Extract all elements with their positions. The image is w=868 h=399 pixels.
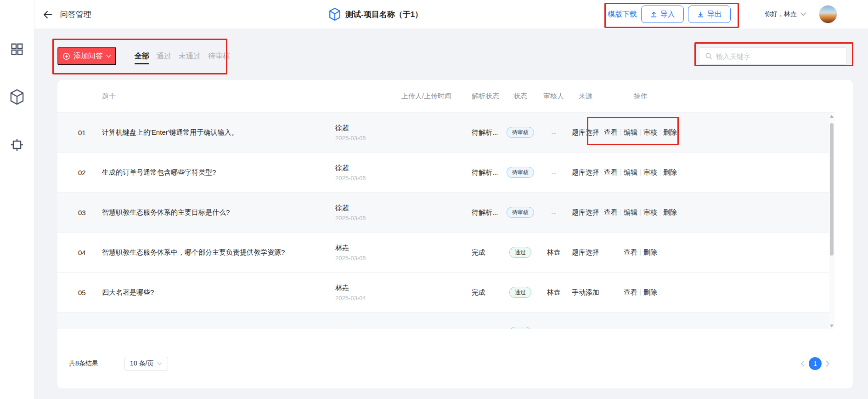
table-row: 01计算机键盘上的'Enter'键通常用于确认输入。徐超2025-03-05待解… [57,112,834,152]
action-separator [620,129,621,136]
action-link[interactable]: 查看 [604,128,618,137]
next-page-icon[interactable] [826,360,830,367]
action-link[interactable]: 审核 [643,208,657,217]
question-text: 智慧职教生态服务体系的主要目标是什么? [102,208,330,217]
col-uploader: 上传人/上传时间 [330,92,462,101]
action-separator [660,209,660,216]
search-input[interactable] [716,52,841,60]
component-icon[interactable] [9,137,25,153]
status-cell: 待审核 [502,167,539,178]
source: 题库选择 [569,128,603,137]
back-arrow-icon[interactable] [41,8,55,22]
scrollbar-thumb[interactable] [830,123,834,256]
tab-1[interactable]: 通过 [157,47,171,65]
reviewer: -- [539,209,569,217]
question-text: 智慧职教生态服务体系中，哪个部分主要负责提供教学资源? [102,248,330,257]
chevron-down-icon[interactable] [800,12,806,16]
upload-date: 2025-03-05 [335,255,462,262]
status-cell: 通过 [502,327,539,329]
col-actions: 操作 [603,92,678,101]
table-footer: 共8条结果 10 条/页 1 [57,350,853,377]
chevron-down-icon [157,362,162,365]
status-badge: 通过 [509,327,531,329]
export-button[interactable]: 导出 [688,6,731,23]
chevron-down-icon [106,55,111,58]
scroll-up-icon[interactable] [830,115,834,118]
tab-0[interactable]: 全部 [135,47,149,65]
action-link[interactable]: 删除 [663,128,677,137]
add-qa-button[interactable]: 添加问答 [57,47,116,65]
action-link[interactable]: 查看 [624,248,637,257]
action-separator [660,169,660,176]
status-badge: 待审核 [507,167,534,178]
template-download-link[interactable]: 模版下载 [608,10,637,19]
table-viewport: 题干 上传人/上传时间 解析状态 状态 审核人 来源 操作 01计算机键盘上的'… [57,80,834,329]
cube-icon[interactable] [9,89,25,105]
reviewer: -- [539,169,569,177]
topbar-actions: 模版下载 导入 导出 你好，林垚 [608,0,837,28]
avatar[interactable] [819,5,837,23]
uploader-name: 林垚 [335,328,462,330]
status-badge: 通过 [509,247,531,258]
upload-date: 2025-03-05 [335,135,462,142]
tab-3[interactable]: 待审核 [208,47,230,65]
action-link[interactable]: 删除 [643,288,657,297]
row-actions: 查看编辑审核删除 [603,208,678,217]
uploader-name: 林垚 [335,244,462,252]
tab-2[interactable]: 未通过 [179,47,201,65]
action-link[interactable]: 查看 [624,288,637,297]
add-qa-button-label: 添加问答 [73,51,103,61]
table-row: 03智慧职教生态服务体系的主要目标是什么?徐超2025-03-05待解析...待… [57,192,834,232]
status-cell: 待审核 [502,127,539,138]
plus-circle-icon [62,52,70,60]
status-badge: 待审核 [507,127,534,138]
question-text: 计算机键盘上的'Enter'键通常用于确认输入。 [102,128,330,137]
status-cell: 通过 [502,247,539,258]
sidebar [0,0,34,399]
action-link[interactable]: 编辑 [624,208,637,217]
uploader-cell: 林垚 [330,328,462,330]
row-index: 02 [57,169,102,177]
scrollbar[interactable] [829,113,834,329]
action-link[interactable]: 编辑 [624,168,637,177]
action-separator [620,169,621,176]
prev-page-icon[interactable] [800,360,805,367]
upload-date: 2025-03-05 [335,215,462,222]
table-row: 05四大名著是哪些?林垚2025-03-04完成通过林垚手动添加查看删除 [57,272,834,312]
action-separator [640,249,641,256]
action-link[interactable]: 审核 [643,168,657,177]
action-link[interactable]: 删除 [643,248,657,257]
search-box[interactable] [699,47,847,65]
dashboard-grid-icon[interactable] [9,41,25,57]
action-link[interactable]: 删除 [663,168,677,177]
import-button[interactable]: 导入 [641,6,684,23]
export-button-label: 导出 [707,10,722,19]
status-cell: 待审核 [502,207,539,218]
status-cell: 通过 [502,287,539,298]
user-greeting: 你好，林垚 [765,10,797,18]
status-badge: 通过 [509,287,531,298]
project-header: 测试-项目名称（于1） [329,0,423,28]
action-link[interactable]: 审核 [643,128,657,137]
page-size-select[interactable]: 10 条/页 [124,357,168,370]
toolbar: 添加问答 全部通过未通过待审核 [34,28,868,80]
scroll-down-icon[interactable] [830,325,834,327]
action-link[interactable]: 查看 [604,168,618,177]
row-actions: 查看删除 [603,288,678,297]
action-link[interactable]: 编辑 [624,128,637,137]
action-link[interactable]: 删除 [663,208,677,217]
uploader-name: 林垚 [335,284,462,292]
action-link[interactable]: 查看 [604,208,618,217]
row-actions: 查看编辑审核删除 [603,168,678,177]
question-text: 四大名著是哪些? [102,288,330,297]
source: 题库选择 [569,208,603,217]
search-icon [705,52,712,60]
row-index: 04 [57,249,102,256]
parse-status: 待解析... [462,128,502,137]
upload-date: 2025-03-05 [335,175,462,182]
uploader-name: 徐超 [335,204,462,212]
table-row: 林垚通过 [57,312,834,329]
col-question: 题干 [102,92,330,101]
page-number[interactable]: 1 [809,357,822,370]
uploader-cell: 林垚2025-03-04 [330,284,462,302]
